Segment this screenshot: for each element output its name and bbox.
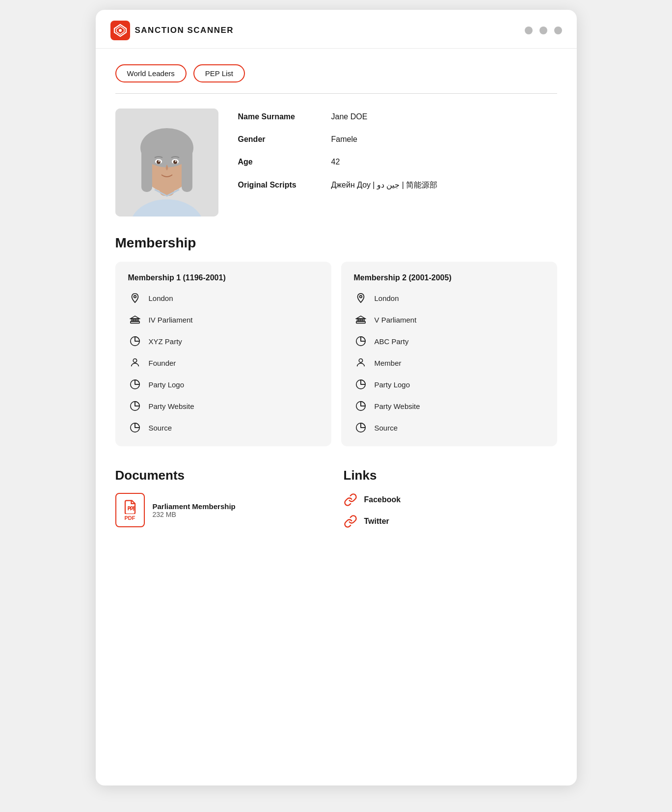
svg-point-35: [359, 296, 362, 298]
membership-item: London: [354, 291, 544, 305]
membership-item-text: ABC Party: [375, 337, 409, 346]
link-icon-facebook: [344, 493, 357, 507]
membership-card-1-title: Membership 1 (1196-2001): [128, 273, 319, 282]
bottom-grid: Documents PDF: [115, 468, 557, 536]
scripts-label: Original Scripts: [238, 181, 317, 189]
membership-item-text: XYZ Party: [149, 337, 182, 346]
membership-card-2: Membership 2 (2001-2005) London: [341, 262, 557, 446]
pie-icon-3: [128, 399, 142, 413]
documents-section: Documents PDF: [115, 468, 329, 536]
membership-item: IV Parliament: [128, 313, 319, 326]
membership-item-text: Founder: [149, 359, 176, 367]
pdf-label: PDF: [125, 515, 135, 521]
logo-area: SANCTION SCANNER: [110, 21, 234, 40]
link-twitter: Twitter: [344, 514, 557, 528]
link-twitter-label: Twitter: [364, 517, 389, 526]
pie-icon-4: [128, 421, 142, 434]
membership-item-text: Party Logo: [149, 380, 185, 389]
pdf-icon-box: PDF: [115, 493, 145, 527]
svg-rect-38: [359, 319, 360, 322]
links-section: Links Facebook Twitter: [344, 468, 557, 536]
membership-item-text: Source: [375, 424, 398, 432]
svg-rect-20: [135, 319, 136, 322]
membership-title: Membership: [115, 235, 557, 251]
membership-item: Party Logo: [354, 378, 544, 391]
membership-item-text: Party Website: [149, 402, 194, 410]
membership-item: ABC Party: [354, 334, 544, 348]
window-dot-3: [554, 27, 562, 34]
membership-item: Source: [128, 421, 319, 434]
membership-item-text: V Parliament: [375, 316, 417, 324]
documents-title: Documents: [115, 468, 329, 483]
location-icon: [128, 291, 142, 305]
links-title: Links: [344, 468, 557, 483]
gender-label: Gender: [238, 135, 317, 144]
age-value: 42: [331, 158, 340, 166]
membership-card-1: Membership 1 (1196-2001) London: [115, 262, 331, 446]
membership-item: Founder: [128, 356, 319, 370]
profile-section: Name Surname Jane DOE Gender Famele Age …: [115, 108, 557, 217]
person-icon-2: [354, 356, 368, 370]
link-facebook: Facebook: [344, 493, 557, 507]
svg-rect-39: [361, 319, 362, 322]
membership-item: London: [128, 291, 319, 305]
svg-rect-9: [182, 148, 192, 192]
membership-item-text: London: [149, 294, 173, 302]
section-divider: [115, 93, 557, 94]
title-bar: SANCTION SCANNER: [96, 10, 577, 49]
link-icon-twitter: [344, 514, 357, 528]
gender-value: Famele: [331, 135, 357, 144]
svg-point-15: [175, 161, 176, 162]
membership-grid: Membership 1 (1196-2001) London: [115, 262, 557, 446]
doc-info-title: Parliament Membership: [153, 502, 236, 511]
doc-item: PDF Parliament Membership 232 MB: [115, 493, 329, 527]
tag-world-leaders[interactable]: World Leaders: [115, 64, 187, 82]
membership-item: Party Logo: [128, 378, 319, 391]
name-value: Jane DOE: [331, 112, 368, 121]
pie-icon: [128, 334, 142, 348]
info-row-scripts: Original Scripts Джейн Доу | جین دو | 简能…: [238, 180, 557, 190]
svg-rect-18: [131, 319, 133, 322]
membership-item: Party Website: [354, 399, 544, 413]
info-row-name: Name Surname Jane DOE: [238, 112, 557, 121]
membership-card-2-title: Membership 2 (2001-2005): [354, 273, 544, 282]
info-row-age: Age 42: [238, 158, 557, 166]
scripts-value: Джейн Доу | جین دو | 简能源部: [331, 180, 438, 190]
logo-icon: [110, 21, 130, 40]
membership-item-text: Party Website: [375, 402, 420, 410]
svg-rect-19: [133, 319, 134, 322]
doc-info: Parliament Membership 232 MB: [153, 502, 236, 518]
parliament-icon-2: [354, 313, 368, 326]
membership-item-text: Source: [149, 424, 172, 432]
link-facebook-label: Facebook: [364, 495, 401, 504]
window-dot-1: [525, 27, 533, 34]
name-label: Name Surname: [238, 112, 317, 121]
main-content: World Leaders PEP List: [96, 49, 577, 556]
profile-photo: [115, 108, 218, 217]
window-controls: [525, 27, 562, 34]
parliament-icon: [128, 313, 142, 326]
main-window: SANCTION SCANNER World Leaders PEP List: [96, 10, 577, 785]
membership-item: Source: [354, 421, 544, 434]
profile-info: Name Surname Jane DOE Gender Famele Age …: [238, 108, 557, 204]
window-dot-2: [539, 27, 547, 34]
svg-rect-8: [141, 148, 152, 192]
svg-point-16: [134, 296, 136, 298]
pie-icon-7: [354, 399, 368, 413]
person-icon: [128, 356, 142, 370]
tags-row: World Leaders PEP List: [115, 64, 557, 82]
svg-point-1: [119, 29, 122, 32]
tag-pep-list[interactable]: PEP List: [193, 64, 245, 82]
location-icon-2: [354, 291, 368, 305]
doc-info-size: 232 MB: [153, 511, 236, 518]
pie-icon-2: [128, 378, 142, 391]
svg-point-14: [158, 161, 160, 162]
info-row-gender: Gender Famele: [238, 135, 557, 144]
pie-icon-8: [354, 421, 368, 434]
pie-icon-6: [354, 378, 368, 391]
membership-item: XYZ Party: [128, 334, 319, 348]
membership-item-text: IV Parliament: [149, 316, 193, 324]
membership-item-text: Member: [375, 359, 402, 367]
membership-item: Member: [354, 356, 544, 370]
logo-text: SANCTION SCANNER: [135, 26, 234, 35]
